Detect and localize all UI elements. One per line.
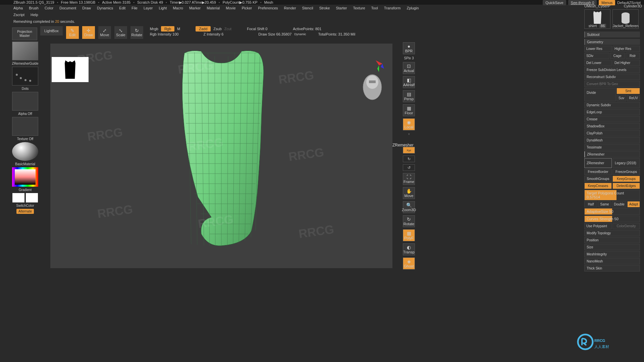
xyz-button[interactable]: Xyz bbox=[403, 147, 415, 154]
rotate-view-button[interactable]: ↻Rotate bbox=[403, 215, 415, 227]
polyf-button[interactable]: ▦PolyF bbox=[403, 229, 415, 241]
alpha-thumbnail[interactable] bbox=[12, 92, 38, 111]
edit-button[interactable]: ✎Edit bbox=[66, 26, 79, 39]
menu-layer[interactable]: Layer bbox=[144, 6, 153, 10]
claypolish-header[interactable]: ClayPolish bbox=[584, 130, 640, 136]
adaptivesize-slider[interactable]: AdaptiveSize 50 bbox=[584, 208, 640, 215]
freeze-button[interactable]: Freeze SubDivision Levels bbox=[584, 67, 640, 73]
crease-header[interactable]: Crease bbox=[584, 116, 640, 122]
quicksave-button[interactable]: QuickSave bbox=[543, 0, 566, 5]
sym-z-button[interactable]: ↺ bbox=[403, 164, 415, 171]
delhigher-button[interactable]: Del Higher bbox=[612, 60, 640, 66]
floor-button[interactable]: ▦Floor bbox=[403, 104, 415, 116]
zremesher-header[interactable]: ZRemesher bbox=[584, 151, 640, 158]
lowerres-button[interactable]: Lower Res bbox=[584, 46, 612, 52]
menu-dynamics[interactable]: Dynamics bbox=[97, 6, 113, 10]
viewport[interactable] bbox=[50, 44, 392, 268]
actual-button[interactable]: ⊡Actual bbox=[403, 62, 415, 74]
smt-button[interactable]: Smt bbox=[616, 88, 640, 94]
menu-zplugin[interactable]: Zplugin bbox=[407, 6, 419, 10]
target-polygons-slider[interactable]: Target Polygons Count 0.57514 bbox=[584, 190, 640, 200]
focal-shift-slider[interactable]: Focal Shift 0 bbox=[247, 27, 267, 31]
m-button[interactable]: M bbox=[177, 27, 180, 31]
local-button[interactable]: ◉Local bbox=[403, 118, 415, 130]
geometry-header[interactable]: Geometry bbox=[584, 39, 640, 45]
persp-button[interactable]: ▤Persp bbox=[403, 90, 415, 102]
z-intensity-slider[interactable]: Z Intensity 6 bbox=[203, 32, 223, 36]
same-button[interactable]: Same bbox=[598, 201, 611, 207]
menu-draw[interactable]: Draw bbox=[82, 6, 91, 10]
divide-button[interactable]: Divide bbox=[584, 88, 616, 101]
tool-shirt[interactable]: shirrt86 bbox=[584, 9, 610, 29]
sym-y-button[interactable]: ↻ bbox=[403, 156, 415, 162]
menu-alpha[interactable]: Alpha bbox=[13, 6, 23, 10]
color-picker[interactable] bbox=[12, 167, 38, 187]
frame-button[interactable]: ⛶Frame bbox=[403, 173, 415, 185]
colordensity-button[interactable]: ColorDensity bbox=[612, 223, 640, 229]
gradient-label[interactable]: Gradient bbox=[19, 188, 32, 192]
half-button[interactable]: Half bbox=[584, 201, 597, 207]
switchcolor-button[interactable]: SwitchColor bbox=[16, 204, 34, 207]
color-swatch-main[interactable] bbox=[12, 193, 24, 202]
aahalf-button[interactable]: ◧AAHalf bbox=[403, 76, 415, 88]
menu-color[interactable]: Color bbox=[45, 6, 53, 10]
suv-button[interactable]: Suv bbox=[616, 95, 626, 101]
tessimate-header[interactable]: Tessimate bbox=[584, 144, 640, 150]
double-button[interactable]: Double bbox=[612, 201, 627, 207]
thickskin-header[interactable]: Thick Skin bbox=[584, 265, 640, 272]
menu-preferences[interactable]: Preferences bbox=[258, 6, 278, 10]
zadd-button[interactable]: Zadd bbox=[196, 26, 211, 32]
detectedges-button[interactable]: DetectEdges bbox=[612, 183, 640, 189]
rstr-button[interactable]: Rstr bbox=[626, 53, 640, 59]
menu-transform[interactable]: Transform bbox=[384, 6, 401, 10]
curvesstrength-slider[interactable]: Curves Strength 50 bbox=[584, 216, 640, 222]
lightbox-button[interactable]: LightBox bbox=[40, 26, 63, 36]
material-thumbnail[interactable] bbox=[12, 142, 38, 161]
dynamesh-header[interactable]: DynaMesh bbox=[584, 137, 640, 143]
draw-size-slider[interactable]: Draw Size 66.35807 bbox=[258, 32, 291, 36]
menu-zscript[interactable]: Zscript bbox=[13, 13, 24, 17]
brush-thumbnail[interactable] bbox=[12, 42, 38, 60]
menu-macro[interactable]: Macro bbox=[173, 6, 183, 10]
keepgroups-button[interactable]: KeepGroups bbox=[612, 176, 640, 182]
usepolypaint-button[interactable]: Use Polypaint bbox=[584, 223, 612, 229]
mrgb-button[interactable]: Mrgb bbox=[150, 27, 158, 31]
menu-file[interactable]: File bbox=[131, 6, 138, 10]
subtool-header[interactable]: Subtool bbox=[584, 32, 640, 38]
scale-button[interactable]: ⤡Scale bbox=[114, 26, 127, 39]
size-header[interactable]: Size bbox=[584, 244, 640, 250]
color-swatch-secondary[interactable] bbox=[26, 193, 38, 202]
rgb-button[interactable]: Rgb bbox=[161, 26, 174, 32]
bpr-button[interactable]: ●BPR bbox=[403, 42, 415, 54]
spix-slider[interactable]: SPix 3 bbox=[404, 56, 414, 60]
menu-render[interactable]: Render bbox=[284, 6, 296, 10]
menu-material[interactable]: Material bbox=[207, 6, 220, 10]
menu-document[interactable]: Document bbox=[59, 6, 76, 10]
legacy-button[interactable]: Legacy (2018) bbox=[612, 158, 640, 168]
freezeborder-button[interactable]: FreezeBorder bbox=[584, 169, 612, 175]
meshintegrity-header[interactable]: MeshIntegrity bbox=[584, 251, 640, 257]
modifytopo-header[interactable]: Modify Topology bbox=[584, 230, 640, 236]
menu-brush[interactable]: Brush bbox=[29, 6, 39, 10]
alternate-button[interactable]: Alternate bbox=[16, 209, 34, 214]
texture-thumbnail[interactable] bbox=[12, 117, 38, 136]
zremesher-button[interactable]: ZRemesher bbox=[584, 158, 612, 168]
freezegroups-button[interactable]: FreezeGroups bbox=[612, 169, 640, 175]
zoom-button[interactable]: 🔍Zoom3D bbox=[403, 201, 415, 213]
menu-marker[interactable]: Marker bbox=[189, 6, 201, 10]
transp-button[interactable]: ◐Transp bbox=[403, 243, 415, 255]
menu-light[interactable]: Light bbox=[159, 6, 167, 10]
adapt-button[interactable]: Adapt bbox=[627, 201, 640, 207]
move-view-button[interactable]: ✋Move bbox=[403, 187, 415, 199]
edgeloop-header[interactable]: EdgeLoop bbox=[584, 109, 640, 115]
zsub-button[interactable]: Zsub bbox=[213, 27, 221, 31]
dynamicsubdiv-header[interactable]: Dynamic Subdiv bbox=[584, 102, 640, 108]
dynamic-button[interactable]: Dynamic bbox=[294, 33, 306, 36]
convert-button[interactable]: Convert BPR To Geo bbox=[584, 81, 640, 87]
zcut-button[interactable]: Zcut bbox=[224, 27, 231, 31]
menu-stroke[interactable]: Stroke bbox=[319, 6, 330, 10]
cage-button[interactable]: Cage bbox=[610, 53, 625, 59]
higherres-button[interactable]: Higher Res bbox=[612, 46, 640, 52]
sdiv-slider[interactable]: SDiv bbox=[584, 53, 609, 59]
menu-tool[interactable]: Tool bbox=[371, 6, 378, 10]
